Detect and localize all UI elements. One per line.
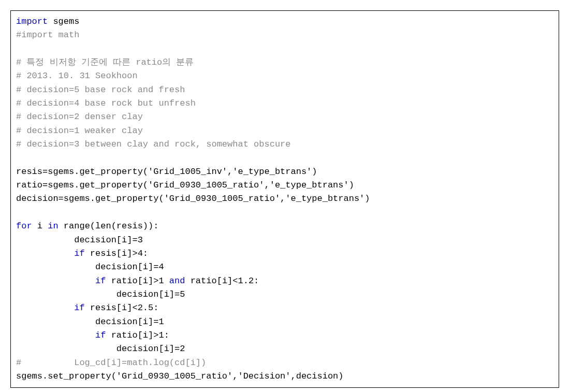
code-line: decision[i]=2 (16, 344, 185, 354)
code-line: decision[i]=1 (16, 317, 164, 327)
comment-line: # decision=4 base rock but unfresh (16, 98, 196, 108)
keyword-if: if (95, 330, 106, 340)
code-text: sgems (48, 17, 79, 26)
indent (16, 249, 74, 258)
code-line: ratio=sgems.get_property('Grid_0930_1005… (16, 180, 354, 190)
code-text: range(len(resis)): (59, 221, 159, 231)
code-line: resis=sgems.get_property('Grid_1005_inv'… (16, 167, 317, 177)
comment-line: # decision=1 weaker clay (16, 126, 143, 136)
code-line: sgems.set_property('Grid_0930_1005_ratio… (16, 371, 344, 381)
code-text: ratio[i]>1: (106, 330, 169, 340)
comment-line: #import math (16, 30, 79, 40)
code-text: ratio[i]>1 (106, 276, 169, 286)
comment-line: # 2013. 10. 31 Seokhoon (16, 71, 138, 81)
keyword-for: for (16, 221, 32, 231)
comment-line: # 특정 비저항 기준에 따른 ratio의 분류 (16, 57, 194, 67)
code-line: decision[i]=5 (16, 289, 185, 299)
keyword-import: import (16, 17, 48, 26)
comment-line: # decision=3 between clay and rock, some… (16, 139, 291, 149)
code-line: decision[i]=3 (16, 235, 143, 245)
keyword-in: in (48, 221, 58, 231)
code-text: i (32, 221, 48, 231)
code-text: resis[i]<2.5: (85, 303, 159, 313)
comment-line: # decision=2 denser clay (16, 112, 143, 122)
indent (16, 330, 95, 340)
code-block: import sgems #import math # 특정 비저항 기준에 따… (10, 10, 559, 388)
comment-line: # decision=5 base rock and fresh (16, 85, 185, 95)
keyword-if: if (74, 249, 84, 258)
indent (16, 276, 95, 286)
keyword-if: if (74, 303, 84, 313)
indent (16, 303, 74, 313)
code-text: ratio[i]<1.2: (185, 276, 259, 286)
code-text: resis[i]>4: (85, 249, 148, 258)
keyword-if: if (95, 276, 106, 286)
comment-line: # Log_cd[i]=math.log(cd[i]) (16, 358, 206, 368)
keyword-and: and (169, 276, 185, 286)
code-line: decision=sgems.get_property('Grid_0930_1… (16, 194, 370, 204)
code-line: decision[i]=4 (16, 262, 164, 272)
